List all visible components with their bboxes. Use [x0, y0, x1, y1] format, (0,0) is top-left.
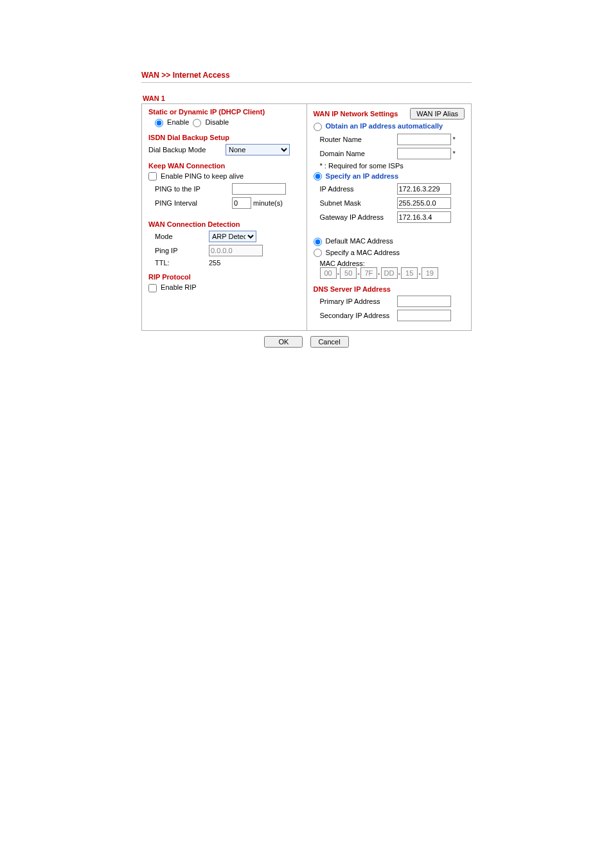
- dial-backup-label: Dial Backup Mode: [148, 146, 226, 154]
- ping-interval-input[interactable]: [232, 197, 251, 209]
- router-name-input[interactable]: [397, 134, 451, 145]
- subnet-row: Subnet Mask: [314, 197, 465, 209]
- keep-wan-title: Keep WAN Connection: [148, 162, 300, 170]
- rip-enable-text: Enable RIP: [161, 283, 197, 291]
- specify-row: Specify an IP address: [314, 172, 465, 181]
- dial-backup-select[interactable]: None: [226, 144, 290, 155]
- dhcp-enable-row: Enable Disable: [148, 118, 300, 127]
- gateway-input[interactable]: [397, 211, 451, 223]
- specify-radio-label[interactable]: Specify an IP address: [314, 172, 399, 181]
- mac-default-radio[interactable]: [314, 238, 322, 246]
- keep-alive-row: Enable PING to keep alive: [148, 172, 300, 181]
- bottom-buttons: [141, 336, 472, 348]
- enable-radio[interactable]: [155, 119, 163, 127]
- dns-primary-label: Primary IP Address: [320, 297, 397, 305]
- dns-secondary-input[interactable]: [397, 310, 451, 321]
- keep-alive-label[interactable]: Enable PING to keep alive: [148, 172, 244, 181]
- domain-name-row: Domain Name *: [314, 148, 465, 159]
- mac-1[interactable]: [340, 267, 357, 279]
- rip-title: RIP Protocol: [148, 273, 300, 281]
- mac-5[interactable]: [422, 267, 438, 279]
- detect-mode-select[interactable]: ARP Detect: [209, 231, 256, 242]
- cancel-button[interactable]: [310, 336, 349, 348]
- ping-to-row: PING to the IP: [148, 183, 300, 195]
- wan-detect-title: WAN Connection Detection: [148, 220, 300, 228]
- detect-ttl-value: 255: [209, 259, 220, 267]
- mac-specify-label[interactable]: Specify a MAC Address: [314, 249, 400, 258]
- ping-to-label: PING to the IP: [155, 185, 232, 193]
- keep-alive-checkbox[interactable]: [148, 172, 157, 181]
- domain-name-asterisk: *: [453, 150, 456, 157]
- rip-row: Enable RIP: [148, 283, 300, 292]
- ip-address-label: IP Address: [320, 185, 397, 193]
- gateway-row: Gateway IP Address: [314, 211, 465, 223]
- dns-primary-input[interactable]: [397, 296, 451, 307]
- rip-enable-checkbox[interactable]: [148, 284, 157, 292]
- disable-radio-label[interactable]: Disable: [193, 118, 229, 127]
- detect-mode-row: Mode ARP Detect: [148, 231, 300, 242]
- mac-default-text: Default MAC Address: [326, 237, 393, 245]
- mac-specify-row: Specify a MAC Address: [314, 249, 465, 258]
- obtain-row: Obtain an IP address automatically: [314, 122, 465, 131]
- dns-secondary-row: Secondary IP Address: [314, 310, 465, 321]
- dns-primary-row: Primary IP Address: [314, 296, 465, 307]
- dns-secondary-label: Secondary IP Address: [320, 312, 397, 319]
- keep-alive-text: Enable PING to keep alive: [161, 172, 244, 180]
- right-column: WAN IP Network Settings Obtain an IP add…: [307, 104, 472, 330]
- detect-ttl-label: TTL:: [155, 259, 209, 267]
- mac-4[interactable]: [401, 267, 418, 279]
- ip-address-row: IP Address: [314, 183, 465, 195]
- detect-ttl-row: TTL: 255: [148, 259, 300, 267]
- breadcrumb: WAN >> Internet Access: [141, 71, 472, 83]
- gateway-label: Gateway IP Address: [320, 213, 397, 221]
- ping-interval-label: PING Interval: [155, 199, 232, 207]
- mac-default-label[interactable]: Default MAC Address: [314, 237, 393, 246]
- isdn-title: ISDN Dial Backup Setup: [148, 134, 300, 141]
- enable-text: Enable: [167, 118, 189, 126]
- rip-enable-label[interactable]: Enable RIP: [148, 283, 197, 292]
- mac-row: - - - - -: [320, 267, 465, 279]
- settings-box: Static or Dynamic IP (DHCP Client) Enabl…: [141, 103, 472, 331]
- disable-text: Disable: [206, 118, 229, 126]
- subnet-input[interactable]: [397, 197, 451, 209]
- left-column: Static or Dynamic IP (DHCP Client) Enabl…: [142, 104, 307, 330]
- specify-radio[interactable]: [314, 172, 322, 181]
- wan-ip-title: WAN IP Network Settings: [314, 110, 398, 118]
- detect-pingip-input[interactable]: [209, 245, 263, 256]
- obtain-text: Obtain an IP address automatically: [326, 122, 443, 130]
- wan-ip-header: WAN IP Network Settings: [314, 108, 465, 120]
- detect-mode-label: Mode: [155, 233, 209, 240]
- obtain-radio[interactable]: [314, 123, 322, 131]
- mac-3[interactable]: [381, 267, 398, 279]
- ip-address-input[interactable]: [397, 183, 451, 195]
- ping-interval-unit: minute(s): [253, 199, 283, 207]
- domain-name-label: Domain Name: [320, 150, 397, 157]
- ok-button[interactable]: [264, 336, 303, 348]
- mac-entry-block: MAC Address: - - - - -: [314, 260, 465, 279]
- obtain-radio-label[interactable]: Obtain an IP address automatically: [314, 122, 443, 131]
- detect-pingip-row: Ping IP: [148, 245, 300, 256]
- router-name-row: Router Name *: [314, 134, 465, 145]
- mac-specify-radio[interactable]: [314, 249, 322, 257]
- mac-specify-text: Specify a MAC Address: [326, 249, 400, 256]
- dns-title: DNS Server IP Address: [314, 285, 465, 293]
- specify-text: Specify an IP address: [326, 172, 399, 180]
- disable-radio[interactable]: [193, 119, 201, 127]
- router-name-asterisk: *: [453, 136, 456, 143]
- detect-pingip-label: Ping IP: [155, 247, 209, 254]
- mac-default-row: Default MAC Address: [314, 237, 465, 246]
- ping-to-input[interactable]: [232, 183, 286, 195]
- router-name-label: Router Name: [320, 136, 397, 143]
- wan1-title: WAN 1: [143, 94, 472, 102]
- mac-label: MAC Address:: [320, 260, 465, 267]
- ping-interval-row: PING Interval minute(s): [148, 197, 300, 209]
- dial-backup-row: Dial Backup Mode None: [148, 144, 300, 155]
- wan-ip-alias-button[interactable]: [410, 108, 465, 120]
- enable-radio-label[interactable]: Enable: [155, 118, 189, 127]
- subnet-label: Subnet Mask: [320, 199, 397, 207]
- mac-0[interactable]: [320, 267, 337, 279]
- required-note: * : Required for some ISPs: [314, 162, 465, 170]
- mac-2[interactable]: [360, 267, 377, 279]
- domain-name-input[interactable]: [397, 148, 451, 159]
- dhcp-client-title: Static or Dynamic IP (DHCP Client): [148, 108, 300, 116]
